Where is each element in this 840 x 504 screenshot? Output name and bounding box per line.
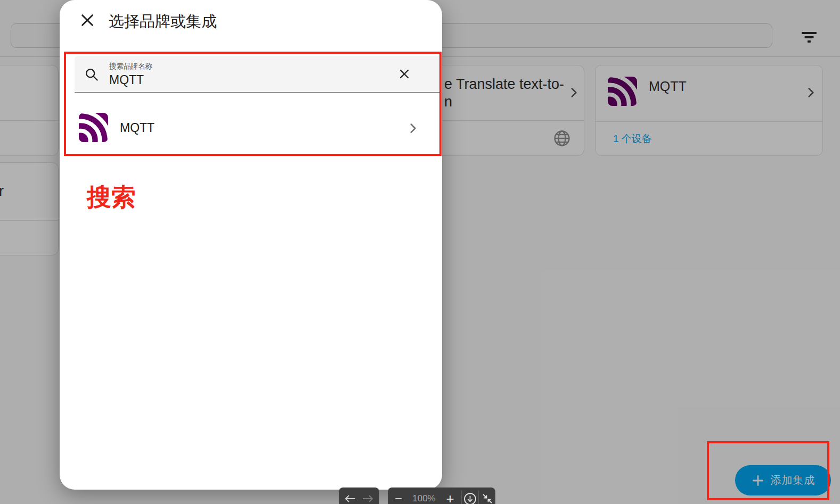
zoom-level: 100% [409,493,439,504]
download-button[interactable] [462,491,478,504]
collapse-icon [481,492,494,504]
viewer-nav-toolbar [339,488,379,504]
screen: r e Translate text-to- n [0,0,840,504]
annotation-label-search: 搜索 [87,181,136,214]
zoom-out-button[interactable]: − [388,491,409,504]
annotation-box-search [64,52,442,156]
dialog-title: 选择品牌或集成 [109,11,217,32]
close-icon[interactable] [79,12,96,29]
collapse-button[interactable] [479,491,495,504]
viewer-zoom-toolbar: − 100% + [388,488,495,504]
annotation-box-add-integration [707,441,829,500]
forward-arrow-icon[interactable] [361,494,374,503]
back-arrow-icon[interactable] [344,494,357,503]
download-icon [463,492,477,504]
zoom-in-button[interactable]: + [439,491,461,504]
